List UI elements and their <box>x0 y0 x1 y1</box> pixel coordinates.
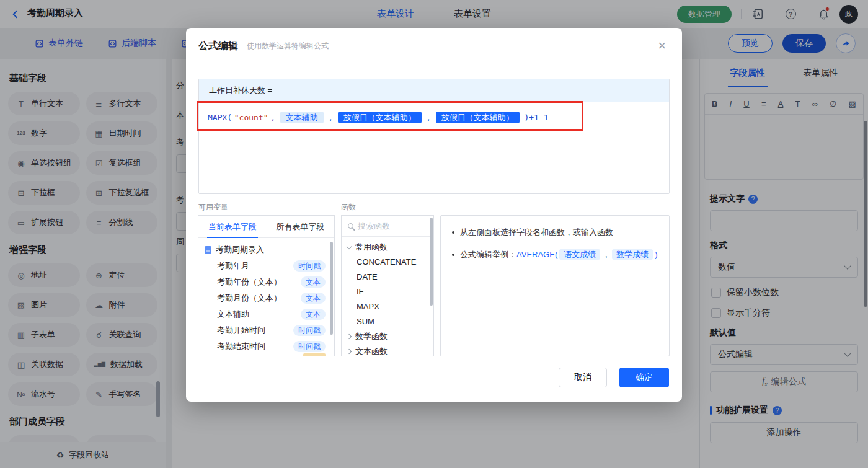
close-icon[interactable]: × <box>658 39 670 53</box>
variables-label: 可用变量 <box>198 202 228 213</box>
formula-input-area[interactable]: MAPX( "count" , 文本辅助 , 放假日（文本辅助） , 放假日（文… <box>199 102 669 134</box>
function-group-header[interactable]: 数学函数 <box>342 329 433 344</box>
formula-token[interactable]: , <box>426 113 431 122</box>
function-group-header[interactable]: 文本函数 <box>342 344 433 356</box>
formula-editor-modal: 公式编辑 使用数学运算符编辑公式 × 工作日补休天数 = MAPX( "coun… <box>186 28 682 402</box>
function-group: 数学函数 <box>342 329 433 344</box>
variable-field-row[interactable]: 考勤月份（文本） 文本 <box>198 290 334 306</box>
example-field-chip: 数学成绩 <box>612 249 653 260</box>
example-function: AVERAGE( <box>516 250 557 259</box>
variable-field-name: 考勤结束时间 <box>217 341 265 352</box>
confirm-button[interactable]: 确定 <box>619 368 669 387</box>
field-type-badge: 时间戳 <box>293 341 326 352</box>
cancel-button[interactable]: 取消 <box>559 368 607 387</box>
function-item[interactable]: CONCATENATE <box>342 255 433 270</box>
variable-field-row[interactable]: 考勤开始时间 时间戳 <box>198 322 334 338</box>
formula-target: 工作日补休天数 = <box>199 79 669 102</box>
function-group: 常用函数 CONCATENATE DATE IF MAPX SUM <box>342 240 433 329</box>
formula-token[interactable]: )+1-1 <box>524 113 548 122</box>
formula-editor-box: 工作日补休天数 = MAPX( "count" , 文本辅助 , 放假日（文本辅… <box>198 79 670 194</box>
search-icon <box>348 223 353 229</box>
variable-field-name: 考勤月份（文本） <box>217 293 281 304</box>
functions-label: 函数 <box>341 202 356 213</box>
modal-footer: 取消 确定 <box>559 368 669 387</box>
function-item[interactable]: SUM <box>342 314 433 329</box>
help-line-2: 公式编辑举例：AVERAGE(语文成绩，数学成绩) <box>452 248 658 262</box>
example-field-chip: 语文成绩 <box>559 249 600 260</box>
formula-token[interactable]: , <box>270 113 275 122</box>
modal-header: 公式编辑 使用数学运算符编辑公式 × <box>186 28 682 64</box>
variable-field-name: 文本辅助 <box>217 309 249 320</box>
variables-tab[interactable]: 所有表单字段 <box>267 216 335 237</box>
modal-title: 公式编辑 <box>198 40 238 53</box>
variable-field-name: 考勤开始时间 <box>217 325 265 336</box>
variable-field-row[interactable]: 考勤结束时间 时间戳 <box>198 338 334 355</box>
variable-field-row[interactable]: 文本辅助 文本 <box>198 306 334 322</box>
function-item[interactable]: DATE <box>342 270 433 285</box>
modal-subtitle: 使用数学运算符编辑公式 <box>247 41 329 51</box>
app-root: 考勤周期录入 表单设计 表单设置 数据管理 ? 政 <box>0 0 868 468</box>
functions-scrollbar[interactable] <box>430 218 433 306</box>
formula-token[interactable]: 放假日（文本辅助） <box>338 112 422 123</box>
formula-token[interactable]: 文本辅助 <box>280 112 324 123</box>
variables-tabs: 当前表单字段 所有表单字段 <box>198 216 334 238</box>
caret-down-icon <box>347 244 352 249</box>
variables-scrollbar[interactable] <box>330 242 333 335</box>
bullet-icon <box>452 231 454 234</box>
functions-panel: 搜索函数 常用函数 CONCATENATE DATE <box>341 215 434 356</box>
form-root-node[interactable]: 考勤周期录入 <box>198 242 334 258</box>
function-item[interactable]: MAPX <box>342 299 433 314</box>
formula-token[interactable]: , <box>328 113 333 122</box>
function-tree: 常用函数 CONCATENATE DATE IF MAPX SUM <box>342 237 433 356</box>
field-type-badge: 时间戳 <box>293 260 326 272</box>
variable-field-name: 考勤年份（文本） <box>217 276 281 288</box>
function-item[interactable]: IF <box>342 285 433 299</box>
formula-token[interactable]: MAPX( <box>208 113 232 122</box>
search-placeholder: 搜索函数 <box>358 221 390 232</box>
variables-tab[interactable]: 当前表单字段 <box>198 216 267 237</box>
bullet-icon <box>452 254 454 256</box>
field-type-badge: 时间戳 <box>293 325 326 336</box>
function-group: 文本函数 <box>342 344 433 356</box>
caret-right-icon <box>347 334 352 339</box>
caret-right-icon <box>347 349 352 354</box>
field-type-badge: 文本 <box>301 309 326 320</box>
function-search-input[interactable]: 搜索函数 <box>342 216 433 237</box>
function-group-header[interactable]: 常用函数 <box>342 240 433 255</box>
formula-help-panel: 从左侧面板选择字段名和函数，或输入函数 公式编辑举例：AVERAGE(语文成绩，… <box>440 215 670 356</box>
clipped-badge <box>303 353 326 356</box>
formula-token[interactable]: 放假日（文本辅助） <box>436 112 520 123</box>
variable-field-name: 考勤年月 <box>217 260 249 272</box>
variables-panel: 当前表单字段 所有表单字段 考勤周期录入 考勤年月 时间戳 考勤 <box>198 215 335 356</box>
field-type-badge: 文本 <box>301 293 326 304</box>
variable-field-row[interactable]: 考勤年月 时间戳 <box>198 258 334 274</box>
variables-list: 考勤周期录入 考勤年月 时间戳 考勤年份（文本） 文本 考勤月份（文本） <box>198 238 334 355</box>
form-doc-icon <box>205 246 211 254</box>
help-line-1: 从左侧面板选择字段名和函数，或输入函数 <box>452 226 658 239</box>
field-type-badge: 文本 <box>301 276 326 288</box>
formula-token[interactable]: "count" <box>234 113 268 122</box>
variable-field-row[interactable]: 考勤年份（文本） 文本 <box>198 274 334 290</box>
